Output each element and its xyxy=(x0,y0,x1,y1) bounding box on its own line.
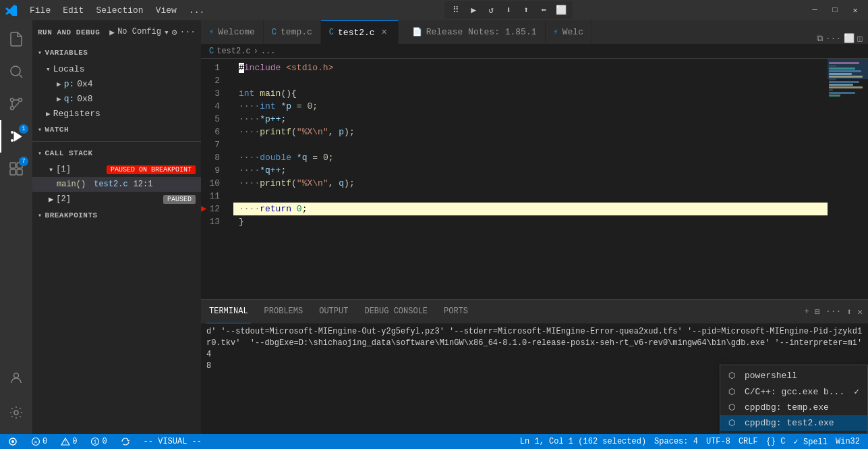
split-editor-button[interactable]: ⧉ xyxy=(817,34,823,44)
activity-explorer[interactable] xyxy=(0,23,32,55)
debug-stop-button[interactable]: ⬜ xyxy=(554,3,569,18)
panel-tab-ports[interactable]: PORTS xyxy=(441,300,471,323)
maximize-button[interactable]: □ xyxy=(828,3,842,18)
status-encoding[interactable]: UTF-8 xyxy=(703,434,733,449)
status-sync-icon[interactable] xyxy=(118,434,133,449)
code-content[interactable]: #include <stdio.h> int main(){ ····int *… xyxy=(233,59,828,299)
variables-section-header[interactable]: ▾ VARIABLES xyxy=(32,44,201,61)
status-platform[interactable]: Win32 xyxy=(833,434,863,449)
status-visual-mode: -- VISUAL -- xyxy=(141,434,204,449)
registers-group[interactable]: ▶ Registers xyxy=(32,106,201,121)
status-debug-icon[interactable] xyxy=(5,434,20,449)
close-button[interactable]: ✕ xyxy=(848,3,863,18)
line-num-2: 2 xyxy=(201,74,225,87)
code-line-4: ····int *p = 0; xyxy=(233,100,828,113)
debug-step-out-button[interactable]: ⬆ xyxy=(519,3,533,18)
status-spaces[interactable]: Spaces: 4 xyxy=(652,434,701,449)
panel-tab-terminal[interactable]: TERMINAL xyxy=(206,300,251,323)
registers-chevron-icon: ▶ xyxy=(46,109,51,118)
status-errors[interactable]: ✕ 0 xyxy=(28,434,50,449)
more-panel-button[interactable]: ··· xyxy=(826,307,841,317)
menu-file[interactable]: File xyxy=(24,4,56,17)
menu-edit[interactable]: Edit xyxy=(57,4,89,17)
svg-rect-8 xyxy=(10,169,16,175)
sidebar-divider xyxy=(32,141,201,142)
breadcrumb-file[interactable]: test2.c xyxy=(216,47,250,56)
menu-view[interactable]: View xyxy=(150,4,182,17)
callstack-section: ▾ CALL STACK ▾ [1] PAUSED ON BREAKPOINT … xyxy=(32,144,201,207)
status-position[interactable]: Ln 1, Col 1 (162 selected) xyxy=(517,434,649,449)
breakpoints-label: BREAKPOINTS xyxy=(45,211,98,219)
activity-source-control[interactable] xyxy=(0,88,32,120)
menu-selection[interactable]: Selection xyxy=(90,4,148,17)
debug-toolbar: ⠿ ▶ ↺ ⬇ ⬆ ⬅ ⬜ xyxy=(444,1,573,19)
tab-temp-c[interactable]: C temp.c xyxy=(264,20,321,44)
token: int xyxy=(260,101,275,111)
callstack-thread-2[interactable]: ▶ [2] PAUSED xyxy=(32,192,201,207)
popup-item-cppdbg-test2[interactable]: ⬡ cppdbg: test2.exe xyxy=(720,415,867,431)
activity-run-debug[interactable]: 1 xyxy=(0,120,32,153)
tab-welcome-2[interactable]: ⚡ Welc xyxy=(546,20,592,44)
status-warnings[interactable]: ! 0 xyxy=(58,434,80,449)
debug-restart-button[interactable]: ↺ xyxy=(484,3,498,18)
status-line-ending[interactable]: CRLF xyxy=(736,434,761,449)
callstack-section-header[interactable]: ▾ CALL STACK xyxy=(32,144,201,162)
status-spell[interactable]: ✓ Spell xyxy=(791,434,830,449)
callstack-frame-main[interactable]: main() test2.c 12:1 xyxy=(32,177,201,192)
variable-q[interactable]: ▶ q: 0x8 xyxy=(32,91,201,106)
tab-test2-c[interactable]: C test2.c × xyxy=(321,20,399,44)
breakpoints-section-header[interactable]: ▾ BREAKPOINTS xyxy=(32,207,201,224)
tab-release-notes[interactable]: 📄 Release Notes: 1.85.1 xyxy=(404,20,546,44)
status-language[interactable]: {} C xyxy=(763,434,788,449)
activity-extensions[interactable]: 7 xyxy=(0,153,32,185)
activity-settings[interactable] xyxy=(0,396,32,429)
variable-p-chevron-icon: ▶ xyxy=(57,80,61,88)
token: include xyxy=(244,63,281,73)
token: ; xyxy=(302,204,308,214)
watch-section-header[interactable]: ▾ WATCH xyxy=(32,121,201,138)
svg-point-5 xyxy=(11,139,13,142)
panel-tab-output[interactable]: OUTPUT xyxy=(316,300,351,323)
more-tabs-button[interactable]: ··· xyxy=(826,34,841,44)
split-terminal-button[interactable]: ⊟ xyxy=(815,307,820,317)
maximize-panel-button[interactable]: ⬆ xyxy=(846,307,852,317)
activity-search[interactable] xyxy=(0,55,32,88)
activity-accounts[interactable] xyxy=(0,361,32,394)
check-icon: ✓ xyxy=(854,386,859,397)
code-line-6: ····printf("%X\n", p); xyxy=(233,126,828,138)
popup-item-gcc[interactable]: ⬡ C/C++: gcc.exe b... ✓ xyxy=(720,384,867,400)
more-icon[interactable]: ··· xyxy=(180,27,196,38)
visual-mode-label: -- VISUAL -- xyxy=(144,437,202,446)
close-panel-button[interactable]: ✕ xyxy=(857,307,863,317)
spaces-label: Spaces: 4 xyxy=(654,437,698,446)
tab-test2-c-close-button[interactable]: × xyxy=(379,27,390,38)
svg-text:✕: ✕ xyxy=(34,439,38,445)
gear-icon[interactable]: ⚙ xyxy=(172,27,177,38)
callstack-thread-1[interactable]: ▾ [1] PAUSED ON BREAKPOINT xyxy=(32,162,201,177)
config-selector[interactable]: No Config xyxy=(117,27,161,38)
toggle-panel-button[interactable]: ⬜ xyxy=(844,33,855,44)
minimize-button[interactable]: ─ xyxy=(807,3,822,18)
popup-item-powershell[interactable]: ⬡ powershell xyxy=(720,368,867,384)
locals-group[interactable]: ▾ Locals xyxy=(32,61,201,76)
popup-item-cppdbg-temp[interactable]: ⬡ cppdbg: temp.exe xyxy=(720,400,867,415)
tab-welcome[interactable]: ⚡ Welcome xyxy=(201,20,264,44)
panel-tab-debug-console[interactable]: DEBUG CONSOLE xyxy=(361,300,430,323)
config-arrow[interactable]: ▾ xyxy=(164,27,169,38)
run-button[interactable]: ▶ xyxy=(109,27,115,38)
toggle-sidebar-button[interactable]: ◫ xyxy=(857,33,863,44)
variable-p[interactable]: ▶ p: 0x4 xyxy=(32,76,201,91)
new-terminal-button[interactable]: + xyxy=(804,307,809,317)
panel-tab-problems[interactable]: PROBLEMS xyxy=(262,300,306,323)
code-editor[interactable]: 1 2 3 4 5 6 7 8 9 10 11 ▶ 12 13 xyxy=(201,59,868,299)
debug-step-into-button[interactable]: ⬅ xyxy=(536,3,551,18)
debug-step-over-button[interactable]: ⬇ xyxy=(501,3,516,18)
line-num-12: ▶ 12 xyxy=(201,203,225,215)
frame-main-file: test2.c xyxy=(94,180,127,189)
callstack-chevron-icon: ▾ xyxy=(38,149,42,157)
title-bar-center: ⠿ ▶ ↺ ⬇ ⬆ ⬅ ⬜ xyxy=(210,1,807,19)
debug-continue-button[interactable]: ▶ xyxy=(466,3,481,18)
status-info[interactable]: i 0 xyxy=(88,434,109,449)
breadcrumb-path[interactable]: ... xyxy=(261,47,276,56)
menu-more[interactable]: ... xyxy=(183,4,210,17)
